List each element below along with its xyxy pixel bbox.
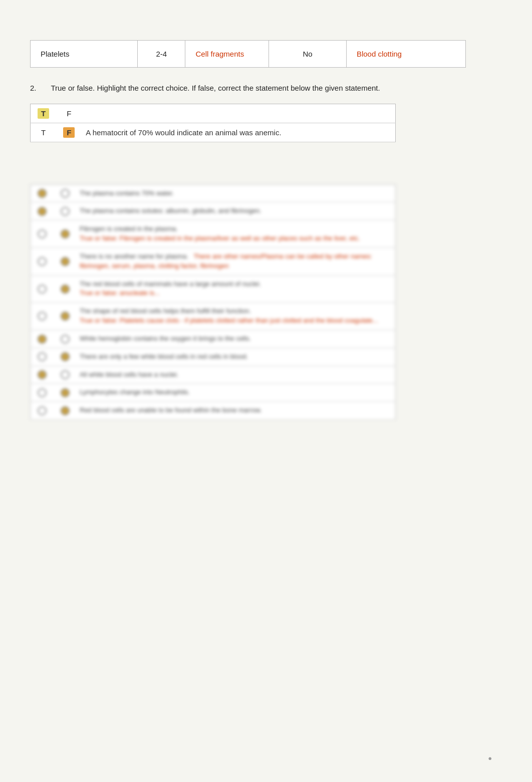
bf-4 [54,247,77,275]
cell-fragments: Cell fragments [185,41,269,68]
spacer [30,160,502,184]
question-number: 2. [30,84,37,92]
bt-4 [31,247,54,275]
blurred-tf-table: The plasma contains 70% water. The plasm… [30,184,396,420]
cell-size: 2-4 [138,41,185,68]
true-cell-1[interactable]: T [31,104,57,123]
table-row: The red blood cells of mammals have a la… [31,275,396,303]
false-cell-1[interactable]: F [56,104,82,123]
blurred-content: The plasma contains 70% water. The plasm… [30,184,502,420]
table-row: The plasma contains solutes: albumin, gl… [31,202,396,220]
bs-7: White hemoglobin contains the oxygen it … [77,330,396,348]
bt-6 [31,303,54,330]
statement-1 [82,104,395,123]
instructions-text: True or false. Highlight the correct cho… [51,84,380,92]
table-row: There are only a few white blood cells i… [31,348,396,366]
bs-9: All white blood cells have a nuclei. [77,366,396,384]
bf-11 [54,402,77,420]
page-number: ● [488,754,492,762]
cell-platelets: Platelets [31,41,138,68]
bt-7 [31,330,54,348]
instructions-block: 2. True or false. Highlight the correct … [30,82,502,95]
bf-5 [54,275,77,303]
bf-2 [54,202,77,220]
bf-3 [54,220,77,248]
bf-9 [54,366,77,384]
t-highlight-1[interactable]: T [38,108,49,119]
bt-10 [31,384,54,402]
cell-function: Blood clotting [346,41,465,68]
bs-11: Red blood cells are unable to be found w… [77,402,396,420]
f-highlight-2[interactable]: F [63,127,75,138]
t-label-2: T [41,128,46,137]
table-row: Fibrogen is created in the plasma. True … [31,220,396,248]
bt-5 [31,275,54,303]
bf-10 [54,384,77,402]
tf-table: T F T F A hematocrit of 70% would indica… [30,104,396,142]
blood-components-table: Platelets 2-4 Cell fragments No Blood cl… [30,40,466,68]
bf-7 [54,330,77,348]
table-row: The shape of red blood cells helps them … [31,303,396,330]
table-row: The plasma contains 70% water. [31,184,396,202]
bf-1 [54,184,77,202]
table-row: Red blood cells are unable to be found w… [31,402,396,420]
table-row: All white blood cells have a nuclei. [31,366,396,384]
false-cell-2[interactable]: F [56,123,82,142]
table-row: There is no another name for plasma. The… [31,247,396,275]
table-row: T F A hematocrit of 70% would indicate a… [31,123,396,142]
table-row: T F [31,104,396,123]
table-row: White hemoglobin contains the oxygen it … [31,330,396,348]
statement-2: A hematocrit of 70% would indicate an an… [82,123,395,142]
bs-2: The plasma contains solutes: albumin, gl… [77,202,396,220]
bs-6: The shape of red blood cells helps them … [77,303,396,330]
true-cell-2[interactable]: T [31,123,57,142]
bt-1 [31,184,54,202]
bs-8: There are only a few white blood cells i… [77,348,396,366]
bs-5: The red blood cells of mammals have a la… [77,275,396,303]
bt-8 [31,348,54,366]
bf-8 [54,348,77,366]
bs-10: Lymphocytes change into Neutrophils. [77,384,396,402]
bf-6 [54,303,77,330]
bs-4: There is no another name for plasma. The… [77,247,396,275]
bt-2 [31,202,54,220]
bs-1: The plasma contains 70% water. [77,184,396,202]
bs-3: Fibrogen is created in the plasma. True … [77,220,396,248]
cell-nucleus: No [269,41,347,68]
bt-3 [31,220,54,248]
f-label-1: F [67,109,71,118]
bt-11 [31,402,54,420]
table-row: Lymphocytes change into Neutrophils. [31,384,396,402]
bt-9 [31,366,54,384]
